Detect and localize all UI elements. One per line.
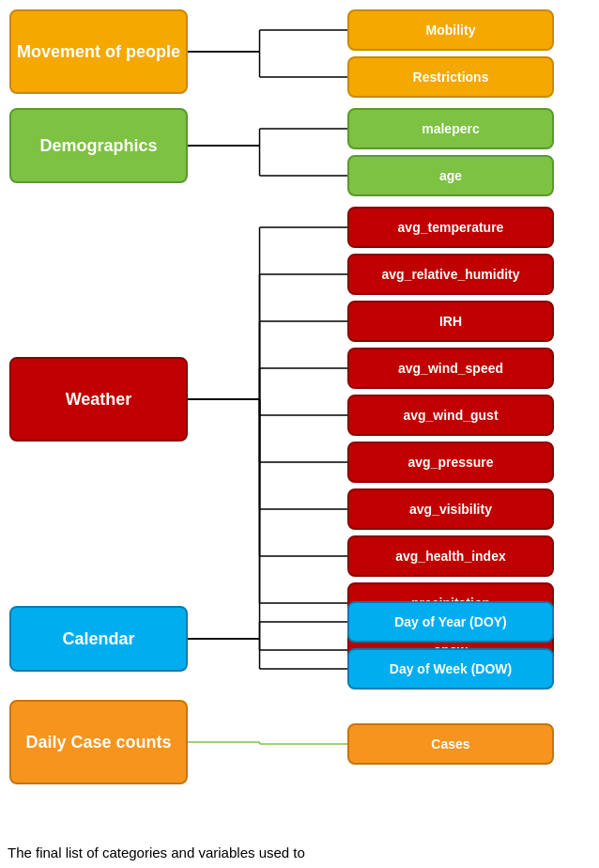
- item-avg_pressure: avg_pressure: [347, 442, 554, 483]
- bottom-text: The final list of categories and variabl…: [0, 841, 599, 864]
- item-age: age: [347, 155, 554, 196]
- item-avg_health_index: avg_health_index: [347, 535, 554, 577]
- item-avg_visibility: avg_visibility: [347, 488, 554, 530]
- item-avg_wind_gust: avg_wind_gust: [347, 395, 554, 436]
- item-IRH: IRH: [347, 301, 554, 342]
- category-calendar: Calendar: [9, 606, 188, 672]
- item-dow: Day of Week (DOW): [347, 648, 554, 690]
- item-restrictions: Restrictions: [347, 56, 554, 98]
- item-doy: Day of Year (DOY): [347, 601, 554, 643]
- category-weather: Weather: [9, 357, 188, 442]
- item-avg_relative_humidity: avg_relative_humidity: [347, 254, 554, 295]
- item-avg_temperature: avg_temperature: [347, 207, 554, 248]
- category-daily_case_counts: Daily Case counts: [9, 700, 188, 784]
- item-avg_wind_speed: avg_wind_speed: [347, 348, 554, 389]
- item-maleperc: maleperc: [347, 108, 554, 149]
- item-mobility: Mobility: [347, 9, 554, 51]
- category-movement: Movement of people: [9, 9, 188, 94]
- item-cases: Cases: [347, 723, 554, 765]
- category-demographics: Demographics: [9, 108, 188, 183]
